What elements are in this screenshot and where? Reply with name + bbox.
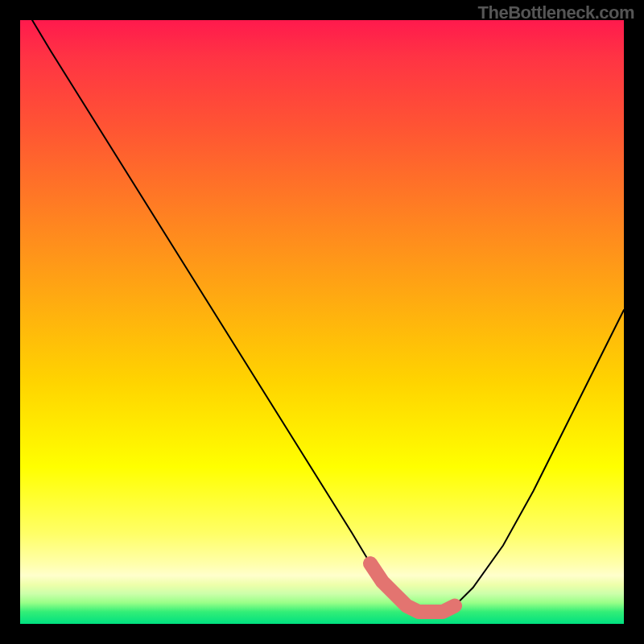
watermark-text: TheBottleneck.com (478, 2, 634, 23)
optimal-zone-marker (370, 564, 455, 612)
bottleneck-curve (32, 20, 624, 612)
curve-svg (20, 20, 624, 624)
chart-stage: TheBottleneck.com (0, 0, 644, 644)
plot-area (20, 20, 624, 624)
